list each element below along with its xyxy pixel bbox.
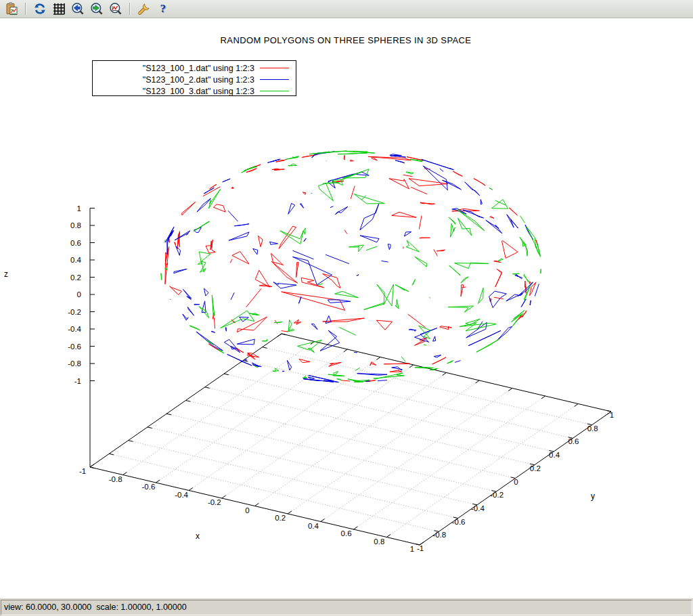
tick-label: -0.8 xyxy=(432,531,446,539)
polygon xyxy=(349,245,364,252)
autoscale-icon xyxy=(109,2,122,16)
polygon xyxy=(320,330,340,351)
tick-label: 0.6 xyxy=(568,437,579,445)
copy-to-clipboard-button[interactable] xyxy=(3,1,20,17)
polygon xyxy=(392,367,403,370)
polygon xyxy=(507,215,518,228)
polygon xyxy=(298,296,301,303)
grid-toggle-button[interactable] xyxy=(50,1,68,17)
polygon xyxy=(384,364,409,364)
grid-line xyxy=(186,401,516,479)
polygon xyxy=(206,340,214,345)
axis-tick xyxy=(282,334,286,335)
polygon xyxy=(164,240,165,242)
autoscale-button[interactable] xyxy=(107,1,125,17)
toolbar-separator xyxy=(129,3,131,15)
polygon xyxy=(491,200,508,209)
replot-button[interactable] xyxy=(31,1,49,17)
polygon xyxy=(262,339,267,341)
axes xyxy=(90,208,611,546)
axis-tick xyxy=(443,373,447,376)
polygon xyxy=(524,274,529,282)
polygon xyxy=(272,169,284,170)
axis-tick xyxy=(129,441,133,442)
polygon xyxy=(477,322,483,330)
tick-label: -0.6 xyxy=(141,483,155,491)
polygon xyxy=(231,187,234,189)
grid-line xyxy=(255,373,447,506)
tick-label: 0.4 xyxy=(308,522,319,530)
tick-label: 0.2 xyxy=(70,273,81,282)
polygon xyxy=(197,198,211,212)
polygon xyxy=(246,288,262,307)
polygon xyxy=(509,208,517,215)
axis-tick xyxy=(321,519,325,522)
polygon xyxy=(228,211,238,221)
polygon xyxy=(344,155,344,160)
legend: "S123_100_1.dat" using 1:2:3 "S123_100_2… xyxy=(93,61,296,96)
tick-label: 0.4 xyxy=(70,256,82,264)
polygon xyxy=(512,273,519,274)
grid-line xyxy=(205,387,535,465)
polygon xyxy=(190,326,200,330)
polygon xyxy=(237,339,254,345)
zoom-previous-button[interactable] xyxy=(69,1,87,17)
polygon xyxy=(298,340,322,350)
polygon xyxy=(213,204,225,212)
tick-label: 0.4 xyxy=(549,451,560,459)
tick-label: 0 xyxy=(77,290,81,299)
polygon xyxy=(357,374,387,376)
polygon xyxy=(411,187,427,194)
series-2 xyxy=(165,152,539,382)
plot-canvas[interactable]: RANDOM POLYGONS ON THREE SPHERES IN 3D S… xyxy=(0,0,693,598)
polygon xyxy=(188,307,194,315)
polygon xyxy=(497,259,503,261)
settings-button[interactable] xyxy=(135,1,153,17)
tick-label: 0 xyxy=(245,506,249,514)
polygon xyxy=(541,269,541,273)
polygon xyxy=(344,151,375,153)
polygon xyxy=(170,299,171,300)
settings-icon xyxy=(137,2,151,16)
polygon xyxy=(227,354,252,366)
polygon xyxy=(329,362,342,366)
tick-label: -0.4 xyxy=(175,491,188,499)
tick-labels: -1-0.8-0.6-0.4-0.200.20.40.60.81-1-0.8-0… xyxy=(68,204,614,554)
polygon xyxy=(520,237,528,256)
series-layer xyxy=(161,151,541,382)
grid-line xyxy=(321,389,512,522)
polygon xyxy=(259,236,263,247)
axis-tick xyxy=(541,396,545,399)
polygon xyxy=(225,328,226,331)
axis-tick xyxy=(255,504,259,506)
polygon xyxy=(461,277,468,283)
tick-label: 1 xyxy=(77,204,81,213)
grid-line xyxy=(148,427,477,505)
tick-label: 0.8 xyxy=(70,221,81,229)
help-button[interactable]: ? ? xyxy=(154,1,172,17)
polygon xyxy=(443,180,462,190)
toolbar-separator xyxy=(25,3,26,15)
polygon xyxy=(355,368,360,370)
polygon xyxy=(245,359,247,360)
zoom-next-button[interactable] xyxy=(88,1,106,17)
polygon xyxy=(424,345,426,345)
y-axis-label: y xyxy=(591,491,595,501)
polygon xyxy=(494,297,504,299)
polygon xyxy=(212,295,215,315)
tick-label: -0.6 xyxy=(68,343,81,351)
grid-line xyxy=(243,360,573,438)
polygon xyxy=(390,154,402,156)
axis-tick xyxy=(376,357,380,360)
polygon xyxy=(412,280,415,286)
tick-label: -0.4 xyxy=(68,325,81,333)
tick-label: -0.2 xyxy=(208,498,221,506)
polygon xyxy=(521,299,526,307)
polygon xyxy=(395,299,399,309)
polygon xyxy=(323,273,340,288)
axis-tick xyxy=(189,488,193,491)
axis-tick xyxy=(475,380,479,383)
polygon xyxy=(203,187,221,196)
polygon xyxy=(423,166,448,190)
tick-label: -0.2 xyxy=(490,491,504,499)
